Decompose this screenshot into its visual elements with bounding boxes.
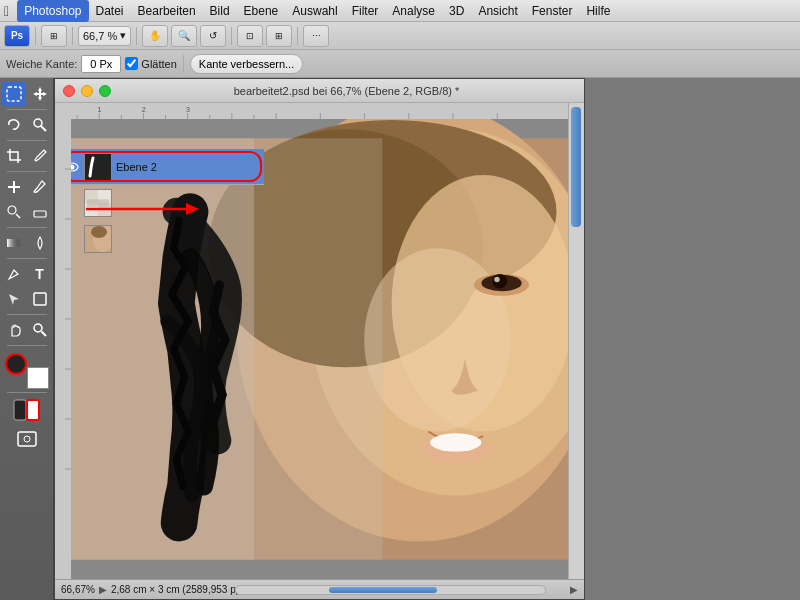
tool-sep4 [7,227,47,228]
options-toolbar: Weiche Kante: Glätten Kante verbessern..… [0,50,800,78]
menu-bild[interactable]: Bild [203,0,237,22]
minimize-button[interactable] [81,85,93,97]
menu-auswahl[interactable]: Auswahl [285,0,344,22]
main-toolbar: Ps ⊞ 66,7 % ▾ ✋ 🔍 ↺ ⊡ ⊞ ⋯ [0,22,800,50]
eraser-tool[interactable] [28,200,52,224]
quick-select-tool[interactable] [28,113,52,137]
pen-tool[interactable] [2,262,26,286]
move-options-btn[interactable]: ⊞ [41,25,67,47]
scrollbar-horizontal-thumb[interactable] [329,587,437,593]
ps-logo-btn[interactable]: Ps [4,25,30,47]
shape-tool[interactable] [28,287,52,311]
svg-rect-8 [7,239,21,247]
ruler-vertical [55,119,71,579]
svg-point-10 [34,324,42,332]
glatten-checkbox[interactable] [125,57,138,70]
menu-filter[interactable]: Filter [345,0,386,22]
svg-rect-13 [27,400,39,420]
lasso-tool[interactable] [2,113,26,137]
arrange-btn[interactable]: ⊡ [237,25,263,47]
kante-verbessern-button[interactable]: Kante verbessern... [190,54,303,74]
tool-sep2 [7,140,47,141]
menu-bar:  Photoshop Datei Bearbeiten Bild Ebene … [0,0,800,22]
svg-rect-57 [254,138,382,559]
move-tool[interactable] [28,82,52,106]
arrange2-btn[interactable]: ⊞ [266,25,292,47]
healing-tool[interactable] [2,175,26,199]
menu-datei[interactable]: Datei [89,0,131,22]
eyedropper-tool[interactable] [28,144,52,168]
document-titlebar: bearbeitet2.psd bei 66,7% (Ebene 2, RGB/… [55,79,584,103]
foreground-color[interactable] [5,353,27,375]
sep1 [35,27,36,45]
svg-marker-59 [186,203,199,215]
sep3 [136,27,137,45]
weiche-kante-input[interactable] [81,55,121,73]
extra-btn[interactable]: ⋯ [303,25,329,47]
clone-tool[interactable] [2,200,26,224]
svg-line-3 [41,126,46,131]
crop-tool[interactable] [2,144,26,168]
maximize-button[interactable] [99,85,111,97]
svg-point-55 [430,433,481,451]
brush-tool[interactable] [28,175,52,199]
close-button[interactable] [63,85,75,97]
hand-tool-btn[interactable]: ✋ [142,25,168,47]
quick-mask-mode[interactable] [11,396,43,424]
scroll-right-arrow[interactable]: ▶ [570,584,578,595]
menu-3d[interactable]: 3D [442,0,471,22]
layer-thumbnail-ebene2 [84,153,112,181]
zoom-canvas-tool[interactable] [28,318,52,342]
dimensions-status: 2,68 cm × 3 cm (2589,953 ppi) [111,584,247,595]
svg-rect-16 [55,103,568,119]
svg-marker-1 [33,87,47,101]
sep4 [231,27,232,45]
rotate-btn[interactable]: ↺ [200,25,226,47]
ruler-horizontal: 1 2 3 [55,103,568,119]
svg-point-2 [34,119,42,127]
type-tool[interactable]: T [28,262,52,286]
layer-item-ebene2[interactable]: Ebene 2 [60,149,264,185]
blur-tool[interactable] [28,231,52,255]
menu-fenster[interactable]: Fenster [525,0,580,22]
svg-text:2: 2 [142,105,146,115]
layer-name-ebene2: Ebene 2 [116,161,260,173]
sep6 [183,55,184,73]
gradient-tool[interactable] [2,231,26,255]
svg-point-53 [494,277,499,282]
tool-sep3 [7,171,47,172]
glatten-check[interactable]: Glätten [125,57,176,70]
svg-rect-14 [18,432,36,446]
scrollbar-vertical-thumb[interactable] [571,107,581,227]
zoom-status: 66,67% [61,584,95,595]
tool-sep6 [7,314,47,315]
tool-sep1 [7,109,47,110]
glatten-label: Glätten [141,58,176,70]
svg-point-52 [492,274,507,289]
menu-ansicht[interactable]: Ansicht [471,0,524,22]
zoom-dropdown[interactable]: 66,7 % ▾ [78,26,131,46]
tool-sep7 [7,345,47,346]
menu-bearbeiten[interactable]: Bearbeiten [131,0,203,22]
selection-tool[interactable] [2,82,26,106]
menu-ebene[interactable]: Ebene [237,0,286,22]
svg-rect-7 [34,211,46,217]
menu-analyse[interactable]: Analyse [385,0,442,22]
tool-sep8 [7,392,47,393]
canvas-image [71,119,584,579]
path-select-tool[interactable] [2,287,26,311]
scrollbar-horizontal[interactable] [235,585,546,595]
menu-photoshop[interactable]: Photoshop [17,0,88,22]
background-color[interactable] [27,367,49,389]
screen-mode-btn[interactable] [15,427,39,451]
scrollbar-vertical[interactable] [568,103,584,579]
svg-rect-9 [34,293,46,305]
zoom-value: 66,7 % [83,30,117,42]
zoom-tool-btn[interactable]: 🔍 [171,25,197,47]
status-nav-arrow[interactable]: ▶ [99,584,107,595]
menu-hilfe[interactable]: Hilfe [579,0,617,22]
hand-canvas-tool[interactable] [2,318,26,342]
svg-line-11 [41,332,46,337]
fg-bg-colors[interactable] [5,353,49,389]
svg-rect-5 [8,186,20,188]
